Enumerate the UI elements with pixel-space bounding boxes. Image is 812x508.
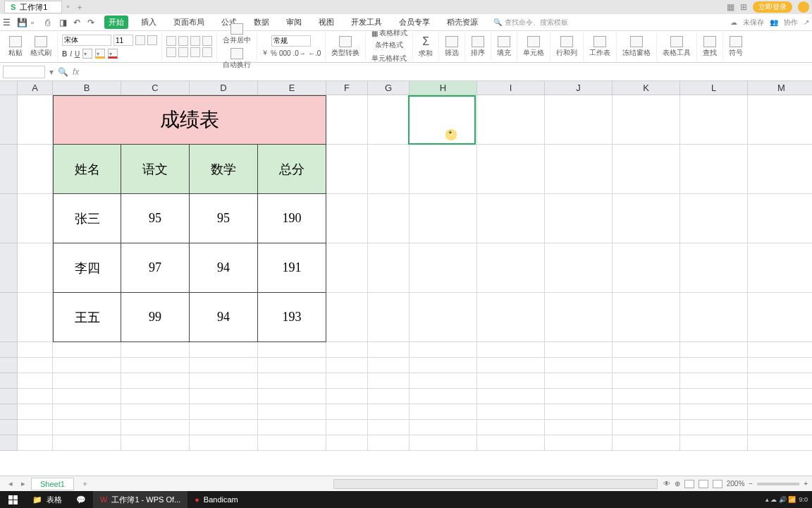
- cell[interactable]: [121, 404, 190, 420]
- cells-button[interactable]: 单元格: [520, 35, 547, 59]
- table-header-cell[interactable]: 数学: [190, 145, 258, 194]
- cell[interactable]: [410, 420, 477, 435]
- cell[interactable]: [410, 243, 477, 293]
- cell[interactable]: [477, 342, 545, 358]
- cell[interactable]: [680, 293, 748, 342]
- sheet-nav-next-icon[interactable]: ▸: [18, 479, 28, 488]
- cell[interactable]: [121, 358, 190, 373]
- cell[interactable]: [477, 373, 545, 389]
- row-header[interactable]: [0, 293, 18, 342]
- cell[interactable]: [326, 145, 368, 194]
- row-header[interactable]: [0, 243, 18, 293]
- cell[interactable]: [410, 194, 477, 243]
- cell[interactable]: [680, 342, 748, 358]
- cell-style-button[interactable]: 单元格样式: [369, 52, 410, 65]
- cell[interactable]: [545, 95, 613, 145]
- name-box[interactable]: [3, 66, 45, 78]
- cell[interactable]: [680, 389, 748, 404]
- row-header[interactable]: [0, 373, 18, 389]
- col-header-H[interactable]: H: [410, 81, 477, 95]
- select-all-corner[interactable]: [0, 81, 18, 95]
- percent-icon[interactable]: %: [271, 49, 277, 57]
- cell[interactable]: [613, 293, 680, 342]
- row-header[interactable]: [0, 194, 18, 243]
- cell[interactable]: [368, 358, 410, 373]
- border-button[interactable]: [82, 49, 92, 59]
- redo-icon[interactable]: ↷: [87, 18, 97, 28]
- row-header[interactable]: [0, 95, 18, 145]
- cell[interactable]: [326, 373, 368, 389]
- cell[interactable]: [53, 342, 121, 358]
- view-normal-icon[interactable]: [684, 480, 694, 488]
- row-header[interactable]: [0, 342, 18, 358]
- cell[interactable]: [190, 358, 258, 373]
- col-header-M[interactable]: M: [748, 81, 812, 95]
- cell[interactable]: [410, 342, 477, 358]
- symbol-button[interactable]: 符号: [726, 35, 746, 59]
- wrap-button[interactable]: 自动换行: [220, 47, 254, 71]
- view-page-icon[interactable]: [699, 480, 708, 488]
- cell[interactable]: [748, 420, 812, 435]
- cell[interactable]: [326, 389, 368, 404]
- table-cell[interactable]: 王五: [53, 293, 121, 342]
- cell[interactable]: [748, 293, 812, 342]
- cell[interactable]: [748, 435, 812, 451]
- row-header[interactable]: [0, 435, 18, 451]
- cell[interactable]: [613, 194, 680, 243]
- cell[interactable]: [368, 293, 410, 342]
- start-button[interactable]: [0, 491, 25, 508]
- cell[interactable]: [258, 420, 326, 435]
- cell[interactable]: [368, 95, 410, 145]
- row-header[interactable]: [0, 358, 18, 373]
- bold-button[interactable]: B: [62, 50, 67, 58]
- col-header-C[interactable]: C: [121, 81, 190, 95]
- format-brush-button[interactable]: 格式刷: [27, 35, 54, 59]
- cell[interactable]: [613, 342, 680, 358]
- horizontal-scrollbar[interactable]: [333, 479, 658, 489]
- coop-icon[interactable]: 👥: [770, 18, 778, 26]
- ribbon-tab-5[interactable]: 审阅: [282, 16, 306, 29]
- new-icon[interactable]: ▫: [31, 18, 41, 28]
- cell[interactable]: [121, 342, 190, 358]
- type-convert-button[interactable]: 类型转换: [328, 35, 362, 59]
- col-header-D[interactable]: D: [190, 81, 258, 95]
- grid-icon[interactable]: ▦: [727, 2, 734, 12]
- cell[interactable]: [326, 358, 368, 373]
- cell[interactable]: [121, 373, 190, 389]
- ribbon-tab-1[interactable]: 插入: [137, 16, 161, 29]
- task-wps[interactable]: W 工作簿1 - WPS Of...: [93, 491, 187, 508]
- cell[interactable]: [545, 342, 613, 358]
- cell[interactable]: [258, 435, 326, 451]
- table-cell[interactable]: 99: [121, 293, 190, 342]
- cell[interactable]: [18, 404, 53, 420]
- cell[interactable]: [545, 145, 613, 194]
- cell[interactable]: [326, 435, 368, 451]
- col-header-G[interactable]: G: [368, 81, 410, 95]
- cell[interactable]: [477, 389, 545, 404]
- print-icon[interactable]: ⎙: [45, 18, 55, 28]
- table-cell[interactable]: 95: [190, 194, 258, 243]
- cell[interactable]: [613, 243, 680, 293]
- cell[interactable]: [18, 373, 53, 389]
- col-header-B[interactable]: B: [53, 81, 121, 95]
- cell[interactable]: [680, 358, 748, 373]
- cell[interactable]: [190, 373, 258, 389]
- cell[interactable]: [18, 420, 53, 435]
- align-mid-icon[interactable]: [178, 36, 188, 46]
- align-right-icon[interactable]: [190, 47, 200, 57]
- undo-icon[interactable]: ↶: [73, 18, 83, 28]
- spreadsheet-grid[interactable]: ABCDEFGHIJKLM 成绩表 姓名语文数学总分 张三9595190李四97…: [0, 81, 812, 462]
- cell[interactable]: [545, 389, 613, 404]
- ribbon-tab-2[interactable]: 页面布局: [169, 16, 209, 29]
- cell[interactable]: [258, 373, 326, 389]
- cell[interactable]: [410, 145, 477, 194]
- cell[interactable]: [18, 358, 53, 373]
- filter-button[interactable]: 筛选: [442, 35, 462, 59]
- col-header-I[interactable]: I: [477, 81, 545, 95]
- cell[interactable]: [326, 342, 368, 358]
- cell[interactable]: [613, 95, 680, 145]
- cell[interactable]: [190, 389, 258, 404]
- cell[interactable]: [326, 293, 368, 342]
- ribbon-tab-9[interactable]: 稻壳资源: [443, 16, 482, 29]
- apps-icon[interactable]: ⊞: [740, 2, 747, 12]
